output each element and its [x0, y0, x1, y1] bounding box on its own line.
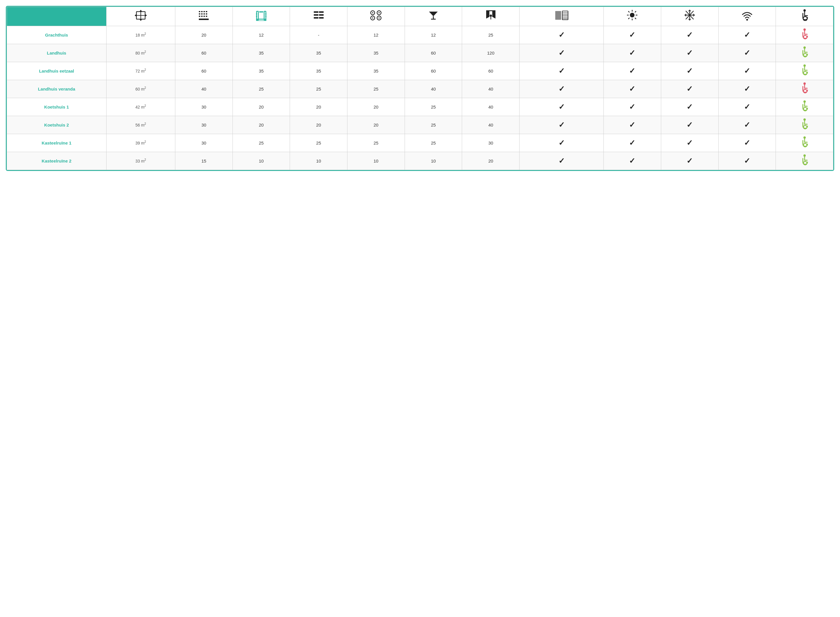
check-icon: ✓	[686, 84, 693, 93]
svg-rect-23	[265, 16, 266, 17]
check-icon: ✓	[744, 84, 750, 93]
check-icon: ✓	[629, 139, 635, 147]
room-theatre: 60	[175, 62, 232, 80]
check-icon: ✓	[558, 84, 565, 93]
svg-rect-29	[319, 17, 323, 19]
col-header-darkened	[520, 7, 604, 26]
room-name: Kasteelruïne 1	[7, 134, 106, 152]
wheelchair-icon	[800, 86, 809, 95]
svg-rect-24	[314, 11, 319, 13]
room-ushape: 10	[232, 152, 290, 170]
check-icon: ✓	[744, 120, 750, 129]
theatre-icon	[176, 10, 231, 23]
col-header-dimensions	[106, 7, 175, 26]
room-ushape: 35	[232, 44, 290, 62]
venue-table: Grachthuis18 m22012-121225✓✓✓✓ Landhuis8…	[7, 7, 833, 170]
room-daylight: ✓	[604, 80, 661, 98]
svg-rect-26	[314, 14, 319, 16]
check-icon: ✓	[558, 139, 565, 147]
check-icon: ✓	[686, 156, 693, 165]
room-airco: ✓	[661, 152, 718, 170]
room-wifi: ✓	[718, 26, 776, 44]
svg-point-44	[490, 15, 492, 17]
check-icon: ✓	[558, 120, 565, 129]
room-airco: ✓	[661, 80, 718, 98]
room-banquet: 25	[404, 134, 462, 152]
check-icon: ✓	[558, 156, 565, 165]
svg-rect-21	[256, 16, 257, 17]
room-cabaret: 25	[347, 80, 405, 98]
col-header-airco	[661, 7, 718, 26]
room-cabaret: 20	[347, 116, 405, 134]
room-airco: ✓	[661, 116, 718, 134]
check-icon: ✓	[558, 66, 565, 75]
check-icon: ✓	[686, 49, 693, 57]
room-dimensions: 80 m2	[106, 44, 175, 62]
room-schoolstyle: 10	[290, 152, 347, 170]
room-theatre: 30	[175, 116, 232, 134]
room-airco: ✓	[661, 26, 718, 44]
svg-line-58	[628, 11, 630, 12]
col-header-daylight	[604, 7, 661, 26]
room-banquet: 12	[404, 26, 462, 44]
check-icon: ✓	[744, 49, 750, 57]
room-wifi: ✓	[718, 62, 776, 80]
room-wifi: ✓	[718, 98, 776, 116]
room-schoolstyle: 35	[290, 44, 347, 62]
room-schoolstyle: 35	[290, 62, 347, 80]
room-dimensions: 42 m2	[106, 98, 175, 116]
room-ushape: 20	[232, 116, 290, 134]
svg-rect-11	[199, 16, 200, 17]
svg-point-31	[372, 12, 373, 13]
svg-marker-41	[486, 11, 489, 19]
check-icon: ✓	[629, 102, 635, 111]
room-theatre: 30	[175, 98, 232, 116]
room-dimensions: 60 m2	[106, 80, 175, 98]
svg-point-37	[378, 18, 379, 19]
room-wifi: ✓	[718, 152, 776, 170]
svg-line-60	[635, 11, 636, 12]
room-accessibility	[776, 80, 833, 98]
room-airco: ✓	[661, 62, 718, 80]
wheelchair-icon	[800, 103, 809, 113]
check-icon: ✓	[686, 102, 693, 111]
accessibility-header-icon	[777, 9, 832, 23]
room-banquet: 60	[404, 62, 462, 80]
check-icon: ✓	[629, 84, 635, 93]
dimensions-icon	[108, 10, 174, 23]
room-dimensions: 18 m2	[106, 26, 175, 44]
room-wifi: ✓	[718, 44, 776, 62]
check-icon: ✓	[629, 49, 635, 57]
svg-rect-13	[204, 16, 205, 17]
room-banquet: 40	[404, 80, 462, 98]
wheelchair-icon	[800, 32, 809, 41]
svg-marker-38	[429, 12, 438, 16]
room-theatre: 30	[175, 134, 232, 152]
room-cabaret: 35	[347, 44, 405, 62]
daylight-icon	[605, 9, 660, 23]
room-reception: 25	[462, 26, 520, 44]
room-schoolstyle: 20	[290, 98, 347, 116]
svg-rect-25	[319, 11, 323, 13]
col-header-accessibility	[776, 7, 833, 26]
room-reception: 40	[462, 116, 520, 134]
room-daylight: ✓	[604, 62, 661, 80]
room-darkened: ✓	[520, 152, 604, 170]
wheelchair-icon	[800, 122, 809, 131]
room-banquet: 60	[404, 44, 462, 62]
room-darkened: ✓	[520, 98, 604, 116]
room-cabaret: 12	[347, 26, 405, 44]
room-theatre: 15	[175, 152, 232, 170]
cabaret-icon	[348, 10, 403, 23]
svg-rect-22	[265, 13, 266, 15]
check-icon: ✓	[744, 31, 750, 39]
room-wifi: ✓	[718, 116, 776, 134]
room-schoolstyle: 20	[290, 116, 347, 134]
svg-rect-7	[199, 13, 200, 15]
svg-rect-12	[201, 16, 202, 17]
room-cabaret: 20	[347, 98, 405, 116]
room-name: Kasteelruïne 2	[7, 152, 106, 170]
room-darkened: ✓	[520, 134, 604, 152]
room-accessibility	[776, 26, 833, 44]
room-airco: ✓	[661, 98, 718, 116]
